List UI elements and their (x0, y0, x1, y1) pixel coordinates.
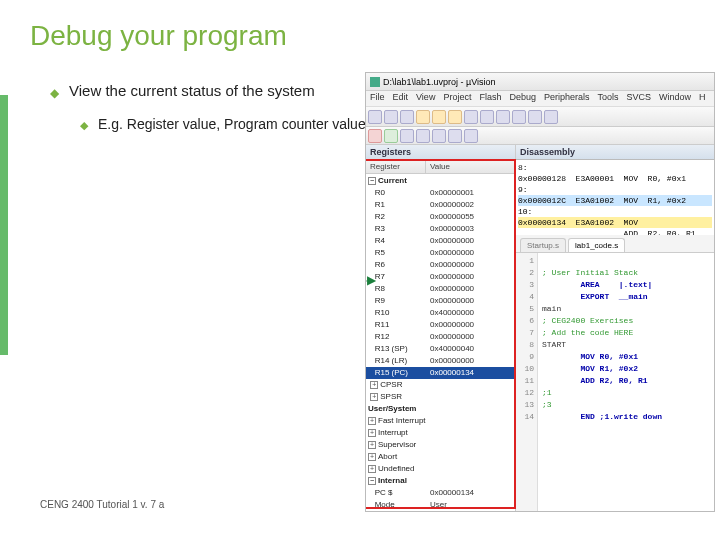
menu-project[interactable]: Project (443, 92, 471, 105)
mode-row[interactable]: +Undefined (366, 463, 515, 475)
toolbar-main[interactable] (366, 107, 714, 127)
menu-view[interactable]: View (416, 92, 435, 105)
menu-svcs[interactable]: SVCS (627, 92, 652, 105)
save-icon[interactable] (400, 110, 414, 124)
step-icon[interactable] (416, 129, 430, 143)
expand-icon[interactable]: + (370, 381, 378, 389)
mode-row[interactable]: +Supervisor (366, 439, 515, 451)
copy-icon[interactable] (432, 110, 446, 124)
redo-icon[interactable] (480, 110, 494, 124)
slide-title: Debug your program (30, 20, 690, 52)
reg-row-pc[interactable]: R15 (PC)0x00000134 (366, 367, 515, 379)
mode-row[interactable]: +Abort (366, 451, 515, 463)
expand-icon[interactable]: + (368, 453, 376, 461)
disasm-line: 9: (518, 184, 712, 195)
reg-row[interactable]: R40x00000000 (366, 235, 515, 247)
disassembly-body[interactable]: 8: 0x00000128 E3A00001 MOV R0, #0x1 9: 0… (516, 160, 714, 235)
disassembly-header: Disassembly (516, 145, 714, 160)
menu-peripherals[interactable]: Peripherals (544, 92, 590, 105)
expand-icon[interactable]: + (368, 429, 376, 437)
reg-row[interactable]: +CPSR (366, 379, 515, 391)
disasm-line: 0x0000012C E3A01002 MOV R1, #0x2 (518, 195, 712, 206)
reg-row[interactable]: R60x00000000 (366, 259, 515, 271)
ide-titlebar: D:\lab1\lab1.uvproj - µVision (366, 73, 714, 91)
paste-icon[interactable] (448, 110, 462, 124)
stop-icon[interactable] (400, 129, 414, 143)
reg-row[interactable]: R70x00000000 (366, 271, 515, 283)
slide-accent (0, 95, 8, 355)
bookmark-icon[interactable] (512, 110, 526, 124)
run-to-icon[interactable] (464, 129, 478, 143)
reg-row[interactable]: R20x00000055 (366, 211, 515, 223)
bullet-text: E.g. Register value, Program counter val… (98, 116, 366, 132)
group-current[interactable]: −Current (366, 175, 515, 187)
expand-icon[interactable]: + (368, 465, 376, 473)
menu-edit[interactable]: Edit (393, 92, 409, 105)
reg-row[interactable]: R30x00000003 (366, 223, 515, 235)
cut-icon[interactable] (416, 110, 430, 124)
tab-lab1-code[interactable]: lab1_code.s (568, 238, 625, 252)
undo-icon[interactable] (464, 110, 478, 124)
mode-row[interactable]: +Fast Interrupt (366, 415, 515, 427)
menubar[interactable]: File Edit View Project Flash Debug Perip… (366, 91, 714, 107)
menu-flash[interactable]: Flash (479, 92, 501, 105)
editor-tabs[interactable]: Startup.s lab1_code.s (516, 235, 714, 253)
new-icon[interactable] (368, 110, 382, 124)
ide-window: D:\lab1\lab1.uvproj - µVision File Edit … (365, 72, 715, 512)
bullet-icon: ◆ (50, 86, 59, 100)
internal-row[interactable]: PC $0x00000134 (366, 487, 515, 499)
disasm-line-current: 0x00000134 E3A01002 MOV (518, 217, 712, 228)
outdent-icon[interactable] (544, 110, 558, 124)
tab-startup[interactable]: Startup.s (520, 238, 566, 252)
reg-row[interactable]: R10x00000002 (366, 199, 515, 211)
slide-footer: CENG 2400 Tutorial 1 v. 7 a (40, 499, 164, 510)
step-over-icon[interactable] (432, 129, 446, 143)
menu-debug[interactable]: Debug (509, 92, 536, 105)
registers-columns: Register Value (366, 160, 515, 174)
group-user[interactable]: User/System (366, 403, 515, 415)
mode-row[interactable]: +Interrupt (366, 427, 515, 439)
chevron-icon: ▶▶ (365, 273, 376, 287)
reg-row[interactable]: +SPSR (366, 391, 515, 403)
code-body[interactable]: ; User Initial Stack AREA |.text| EXPORT… (538, 253, 714, 511)
reg-row[interactable]: R80x00000000 (366, 283, 515, 295)
register-tree[interactable]: −Current R00x00000001 R10x00000002 R20x0… (366, 174, 515, 511)
menu-file[interactable]: File (370, 92, 385, 105)
app-icon (370, 77, 380, 87)
run-icon[interactable] (384, 129, 398, 143)
open-icon[interactable] (384, 110, 398, 124)
expand-icon[interactable]: + (370, 393, 378, 401)
reset-icon[interactable] (368, 129, 382, 143)
find-icon[interactable] (496, 110, 510, 124)
reg-row[interactable]: R50x00000000 (366, 247, 515, 259)
disasm-line: 0x00000128 E3A00001 MOV R0, #0x1 (518, 173, 712, 184)
slide-content: ◆ View the current status of the system … (50, 82, 370, 132)
reg-row[interactable]: R00x00000001 (366, 187, 515, 199)
disasm-line: 8: (518, 162, 712, 173)
reg-row[interactable]: R120x00000000 (366, 331, 515, 343)
toolbar-debug[interactable] (366, 127, 714, 145)
collapse-icon[interactable]: − (368, 477, 376, 485)
reg-row[interactable]: R13 (SP)0x40000040 (366, 343, 515, 355)
collapse-icon[interactable]: − (368, 177, 376, 185)
window-title: D:\lab1\lab1.uvproj - µVision (383, 77, 496, 87)
expand-icon[interactable]: + (368, 441, 376, 449)
bullet-level-1: ◆ View the current status of the system (50, 82, 370, 100)
indent-icon[interactable] (528, 110, 542, 124)
disassembly-panel: Disassembly 8: 0x00000128 E3A00001 MOV R… (516, 145, 714, 235)
reg-row[interactable]: R14 (LR)0x00000000 (366, 355, 515, 367)
menu-help[interactable]: H (699, 92, 706, 105)
source-editor[interactable]: 1234567891011121314 ; User Initial Stack… (516, 253, 714, 511)
expand-icon[interactable]: + (368, 417, 376, 425)
disasm-line: ADD R2, R0, R1 (518, 228, 712, 235)
reg-row[interactable]: R110x00000000 (366, 319, 515, 331)
registers-header: Registers (366, 145, 515, 160)
reg-row[interactable]: R100x40000000 (366, 307, 515, 319)
reg-row[interactable]: R90x00000000 (366, 295, 515, 307)
internal-row[interactable]: ModeUser (366, 499, 515, 511)
menu-tools[interactable]: Tools (597, 92, 618, 105)
step-out-icon[interactable] (448, 129, 462, 143)
bullet-icon: ◆ (80, 119, 88, 132)
menu-window[interactable]: Window (659, 92, 691, 105)
group-internal[interactable]: −Internal (366, 475, 515, 487)
